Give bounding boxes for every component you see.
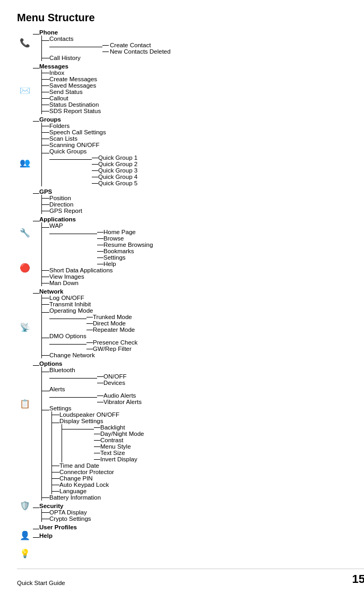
wap-help-label: Help — [103, 261, 116, 267]
browse-row: Browse — [97, 235, 153, 242]
scanning-row: Scanning ON/OFF — [42, 142, 364, 148]
bt-children: ON/OFF Devices — [97, 373, 126, 386]
daynight-label: Day/Night Mode — [100, 431, 144, 437]
contacts-row: Contacts Create Contact New Contacts Del… — [42, 36, 364, 55]
messages-children: Inbox Create Messages Saved Messages Sen… — [39, 70, 364, 114]
bt-label: Bluetooth — [49, 367, 126, 373]
call-history-row: Call History — [42, 55, 364, 61]
user-profiles-icon: 👤 — [20, 531, 30, 540]
op-mode-subtree: Trunked Mode Direct Mode Repeater Mode — [49, 314, 135, 333]
security-section: Security OPTA Display Crypto Settings — [33, 503, 364, 522]
sds-report-row: SDS Report Status — [42, 108, 364, 114]
groups-connector — [33, 121, 39, 122]
gwrep-row: GW/Rep Filter — [86, 346, 137, 352]
time-date-label: Time and Date — [59, 462, 99, 469]
help-icon: 💡 — [20, 549, 30, 558]
help-connector — [33, 537, 39, 538]
status-dest-label: Status Destination — [49, 101, 99, 108]
repeater-label: Repeater Mode — [93, 326, 135, 333]
bt-h — [42, 372, 49, 372]
network-body: Network Log ON/OFF Transmit Inhibit Oper… — [39, 288, 364, 358]
status-dest-row: Status Destination — [42, 101, 364, 108]
bt-onoff-label: ON/OFF — [103, 373, 126, 380]
change-network-label: Change Network — [49, 352, 95, 358]
options-icon: 📋 — [20, 400, 30, 408]
create-contact: Create Contact New Contacts Deleted — [102, 42, 170, 55]
language-row: Language — [52, 488, 144, 494]
inbox-row: Inbox — [42, 70, 364, 76]
operating-mode-row: Operating Mode Trunked Mode Direct Mode … — [42, 307, 364, 333]
phone-connector — [33, 34, 39, 35]
transmit-label: Transmit Inhibit — [49, 301, 91, 307]
wap-help-row: Help — [97, 261, 153, 267]
contacts-h — [42, 40, 49, 41]
gps-body: GPS Position Direction GPS Report — [39, 188, 364, 214]
alerts-body: Alerts Audio Alerts Vibrator Alerts — [49, 386, 142, 405]
applications-body: Applications WAP — [39, 216, 364, 286]
phone-subtree: Contacts Create Contact New Contacts Del… — [42, 36, 364, 61]
qg4-label: Quick Group 4 — [98, 174, 137, 180]
settings-body: Settings Loudspeaker ON/OFF — [49, 405, 144, 494]
settings-label: Settings — [49, 405, 144, 411]
loudspeaker-row: Loudspeaker ON/OFF — [52, 411, 144, 418]
op-mode-body: Operating Mode Trunked Mode Direct Mode … — [49, 307, 135, 333]
man-down-row: Man Down — [42, 280, 364, 286]
settings-children: Loudspeaker ON/OFF Display Settings — [52, 411, 144, 494]
contacts-body: Contacts Create Contact New Contacts Del… — [49, 36, 170, 55]
alerts-subtree: Audio Alerts Vibrator Alerts — [49, 392, 142, 405]
wap-body: WAP Home Page Browse Resume Browsing Boo… — [49, 222, 153, 267]
scan-lists-row: Scan Lists — [42, 135, 364, 142]
security-label: Security — [39, 503, 364, 509]
connector-row: Connector Protector — [52, 469, 144, 475]
phone-icon: 📞 — [20, 39, 30, 47]
send-status-label: Send Status — [49, 89, 83, 95]
call-history-label: Call History — [49, 55, 81, 61]
options-section: Options Bluetooth — [33, 360, 364, 501]
bt-branch — [49, 378, 97, 386]
homepage-row: Home Page — [97, 229, 153, 235]
speech-call-row: Speech Call Settings — [42, 129, 364, 135]
messages-label: Messages — [39, 63, 364, 70]
log-row: Log ON/OFF — [42, 295, 364, 301]
scan-lists-label: Scan Lists — [49, 135, 77, 142]
icons-sidebar: 📞 ✉️ 👥 🔧 🔴 📡 📋 🛡️ 👤 💡 — [17, 29, 33, 558]
presence-row: Presence Check — [86, 339, 137, 346]
quick-groups-subtree: Quick Group 1 Quick Group 2 Quick Group … — [49, 154, 137, 186]
bookmarks-label: Bookmarks — [103, 248, 134, 254]
page-title: Menu Structure — [17, 12, 364, 24]
trunked-row: Trunked Mode — [86, 314, 135, 320]
quick-groups-body: Quick Groups Quick Group 1 Quick Group 2… — [49, 148, 137, 186]
text-size-label: Text Size — [100, 450, 125, 456]
change-pin-label: Change PIN — [59, 475, 93, 482]
help-section: Help — [33, 532, 364, 539]
footer: Quick Start Guide 15 — [17, 569, 364, 586]
network-icon: 📡 — [20, 323, 30, 332]
messages-body: Messages Inbox Create Messages Saved Mes… — [39, 63, 364, 114]
position-row: Position — [42, 195, 364, 201]
content-area: 📞 ✉️ 👥 🔧 🔴 📡 📋 🛡️ 👤 💡 — [17, 29, 364, 558]
wap-h — [42, 227, 49, 228]
network-children: Log ON/OFF Transmit Inhibit Operating Mo… — [39, 295, 364, 358]
trunked-label: Trunked Mode — [93, 314, 132, 320]
dmo-branch — [49, 344, 86, 352]
text-size-row: Text Size — [94, 450, 144, 456]
groups-section: Groups Folders Speech Call Settings Scan… — [33, 116, 364, 186]
audio-alerts-label: Audio Alerts — [103, 392, 136, 399]
settings-h — [42, 410, 49, 410]
wap-subtree: Home Page Browse Resume Browsing Bookmar… — [49, 229, 153, 267]
dmo-children: Presence Check GW/Rep Filter — [86, 339, 137, 352]
wap-row: WAP Home Page Browse Resume Browsing Boo… — [42, 222, 364, 267]
op-mode-label: Operating Mode — [49, 307, 135, 314]
sds-report-label: SDS Report Status — [49, 108, 101, 114]
applications-icon: 🔴 — [20, 264, 30, 272]
gps-report-label: GPS Report — [49, 208, 82, 214]
groups-body: Groups Folders Speech Call Settings Scan… — [39, 116, 364, 186]
gps-report-row: GPS Report — [42, 208, 364, 214]
menu-tree: Phone Contacts — [33, 29, 364, 558]
qg2-label: Quick Group 2 — [98, 161, 137, 167]
ds-children: Backlight Day/Night Mode Contrast Menu S… — [62, 424, 144, 462]
view-images-label: View Images — [49, 273, 84, 280]
call-history-h — [42, 58, 49, 58]
alerts-label: Alerts — [49, 386, 142, 392]
ds-branch-line — [62, 429, 94, 429]
